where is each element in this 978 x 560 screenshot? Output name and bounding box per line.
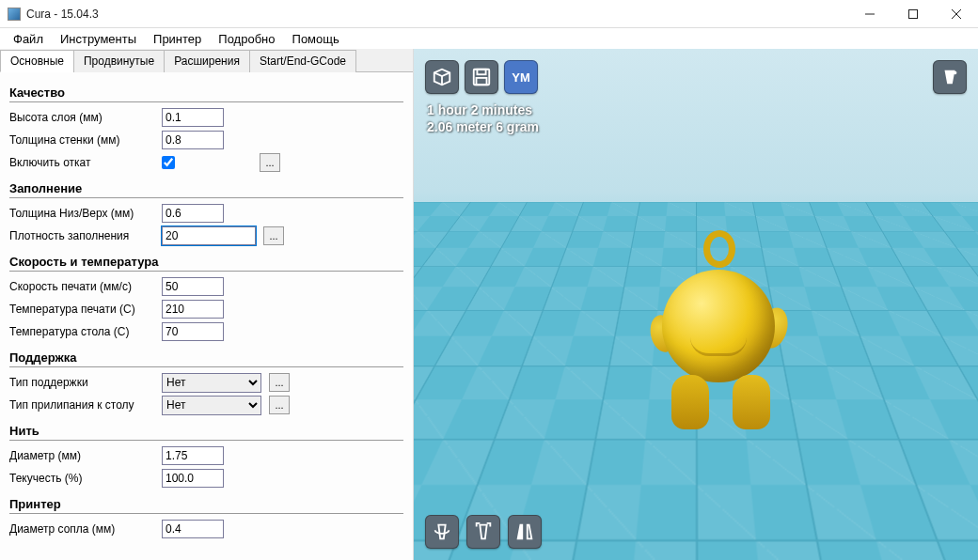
input-print-temp[interactable] bbox=[162, 300, 224, 319]
label-shell-thickness: Толщина стенки (мм) bbox=[9, 133, 162, 147]
settings-panel: Основные Продвинутые Расширения Start/En… bbox=[0, 49, 414, 560]
label-flow: Текучесть (%) bbox=[9, 472, 162, 485]
label-fill-density: Плотность заполнения bbox=[9, 229, 162, 242]
select-support-type[interactable]: Нет bbox=[162, 373, 261, 393]
label-print-speed: Скорость печати (мм/с) bbox=[9, 280, 162, 293]
section-machine: Принтер bbox=[9, 497, 403, 514]
scale-button[interactable] bbox=[466, 515, 500, 549]
section-speed-temp: Скорость и температура bbox=[9, 255, 403, 272]
window-titlebar: Cura - 15.04.3 bbox=[0, 0, 978, 28]
menu-tools[interactable]: Инструменты bbox=[53, 30, 144, 48]
svg-rect-0 bbox=[909, 9, 918, 18]
label-diameter: Диаметр (мм) bbox=[9, 449, 162, 462]
maximize-button[interactable] bbox=[891, 0, 935, 28]
label-bed-temp: Температура стола (C) bbox=[9, 325, 162, 338]
retraction-more-button[interactable]: ... bbox=[260, 153, 280, 172]
checkbox-retraction[interactable] bbox=[162, 156, 175, 169]
window-title: Cura - 15.04.3 bbox=[26, 8, 848, 21]
menu-file[interactable]: Файл bbox=[6, 30, 51, 48]
label-adhesion-type: Тип прилипания к столу bbox=[9, 398, 162, 412]
input-nozzle[interactable] bbox=[162, 520, 224, 538]
label-nozzle: Диаметр сопла (мм) bbox=[9, 522, 162, 536]
input-bed-temp[interactable] bbox=[162, 322, 224, 341]
section-quality: Качество bbox=[9, 86, 403, 102]
tab-gcode[interactable]: Start/End-GCode bbox=[249, 50, 356, 72]
section-fill: Заполнение bbox=[9, 181, 403, 198]
label-bottom-top: Толщина Низ/Верх (мм) bbox=[9, 207, 162, 220]
3d-viewport[interactable]: YM 1 hour 2 minutes 2.06 meter 6 gram bbox=[414, 49, 978, 560]
mirror-button[interactable] bbox=[508, 515, 542, 549]
tab-plugins[interactable]: Расширения bbox=[164, 50, 250, 72]
adhesion-more-button[interactable]: ... bbox=[269, 396, 290, 414]
input-bottom-top[interactable] bbox=[162, 204, 224, 223]
tab-basic[interactable]: Основные bbox=[0, 50, 74, 72]
input-diameter[interactable] bbox=[162, 446, 224, 465]
section-support: Поддержка bbox=[9, 350, 403, 367]
section-filament: Нить bbox=[9, 424, 403, 441]
model-object[interactable] bbox=[645, 223, 800, 429]
support-more-button[interactable]: ... bbox=[269, 373, 290, 392]
menu-details[interactable]: Подробно bbox=[211, 30, 282, 48]
view-mode-button[interactable] bbox=[933, 60, 967, 94]
save-button[interactable] bbox=[465, 60, 498, 94]
app-icon bbox=[8, 8, 21, 21]
label-layer-height: Высота слоя (мм) bbox=[9, 111, 162, 124]
menu-help[interactable]: Помощь bbox=[285, 30, 347, 48]
menubar: Файл Инструменты Принтер Подробно Помощь bbox=[0, 28, 978, 49]
close-button[interactable] bbox=[935, 0, 978, 28]
tab-advanced[interactable]: Продвинутые bbox=[73, 50, 165, 72]
svg-rect-2 bbox=[477, 70, 485, 75]
input-fill-density[interactable] bbox=[162, 226, 256, 245]
youmagine-button[interactable]: YM bbox=[504, 60, 538, 94]
settings-tabs: Основные Продвинутые Расширения Start/En… bbox=[0, 49, 413, 72]
rotate-button[interactable] bbox=[425, 515, 459, 549]
fill-more-button[interactable]: ... bbox=[263, 226, 284, 245]
minimize-button[interactable] bbox=[848, 0, 891, 28]
input-print-speed[interactable] bbox=[162, 277, 224, 296]
select-adhesion-type[interactable]: Нет bbox=[162, 396, 261, 415]
input-flow[interactable] bbox=[162, 469, 224, 488]
label-print-temp: Температура печати (C) bbox=[9, 303, 162, 316]
input-layer-height[interactable] bbox=[162, 108, 224, 127]
menu-printer[interactable]: Принтер bbox=[146, 30, 209, 48]
load-model-button[interactable] bbox=[425, 60, 459, 94]
label-retraction: Включить откат bbox=[9, 156, 162, 169]
input-shell-thickness[interactable] bbox=[162, 131, 224, 149]
svg-rect-3 bbox=[477, 78, 487, 85]
svg-point-4 bbox=[954, 71, 957, 75]
estimate-usage: 2.06 meter 6 gram bbox=[427, 118, 539, 135]
label-support-type: Тип поддержки bbox=[9, 376, 162, 389]
print-estimate: 1 hour 2 minutes 2.06 meter 6 gram bbox=[427, 101, 539, 135]
estimate-time: 1 hour 2 minutes bbox=[427, 101, 539, 118]
